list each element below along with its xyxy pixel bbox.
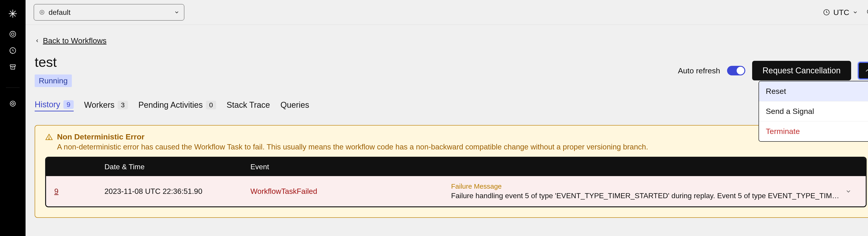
title-row: test Running Auto refresh Request Cancel… (35, 54, 868, 87)
theme-icon[interactable] (867, 9, 868, 16)
tab-history-label: History (35, 100, 60, 109)
chevron-down-icon (845, 188, 851, 195)
sidebar (0, 0, 26, 236)
namespace-label: default (49, 8, 171, 16)
expand-row-button[interactable] (839, 188, 858, 195)
tab-history[interactable]: History 9 (35, 100, 74, 111)
col-date-header: Date & Time (104, 163, 250, 171)
status-badge: Running (35, 74, 72, 87)
non-deterministic-alert: Non Deterministic Error A non-determinis… (35, 125, 868, 218)
tab-history-count: 9 (63, 100, 74, 109)
terminate-menu-item[interactable]: Terminate (759, 122, 868, 141)
sidebar-divider (6, 88, 20, 88)
tab-workers[interactable]: Workers 3 (84, 100, 128, 111)
tab-pending-count: 0 (206, 101, 216, 109)
title-actions: Auto refresh Request Cancellation Reset … (678, 61, 868, 80)
tab-queries[interactable]: Queries (280, 100, 309, 111)
namespace-select[interactable]: default (34, 4, 184, 21)
error-table-header: Date & Time Event (46, 158, 866, 176)
topbar-right: UTC (823, 8, 868, 17)
chevron-left-icon (35, 38, 40, 43)
main: default UTC Back to Workflows (26, 0, 868, 236)
autorefresh-label: Auto refresh (678, 66, 720, 75)
sidebar-group (8, 30, 17, 71)
send-signal-menu-item[interactable]: Send a Signal (759, 101, 868, 122)
event-datetime: 2023-11-08 UTC 22:36:51.90 (104, 187, 250, 196)
failure-label: Failure Message (451, 182, 839, 190)
svg-point-5 (40, 10, 44, 14)
chevron-down-icon (174, 9, 180, 15)
svg-point-6 (41, 12, 43, 13)
warning-icon (45, 133, 53, 141)
chevron-up-icon (864, 67, 868, 74)
event-name: WorkflowTaskFailed (250, 187, 317, 196)
alert-text: Non Deterministic Error A non-determinis… (57, 132, 648, 151)
svg-point-1 (10, 31, 16, 37)
actions-menu-button[interactable] (858, 62, 868, 79)
toggle-knob (737, 67, 744, 74)
tab-stack-label: Stack Trace (227, 100, 270, 110)
alert-description: A non-deterministic error has caused the… (57, 143, 648, 151)
tab-pending[interactable]: Pending Activities 0 (138, 100, 216, 111)
failure-message: Failure handling event 5 of type 'EVENT_… (451, 192, 839, 200)
tab-queries-label: Queries (280, 100, 309, 110)
alert-title: Non Deterministic Error (57, 132, 648, 141)
svg-point-0 (11, 33, 14, 35)
clock-icon (823, 9, 830, 16)
tabs: History 9 Workers 3 Pending Activities 0… (35, 100, 868, 111)
back-to-workflows-link[interactable]: Back to Workflows (35, 36, 106, 45)
labs-icon[interactable] (8, 99, 17, 108)
back-link-label: Back to Workflows (43, 36, 106, 45)
col-caret-header (839, 163, 858, 171)
workflow-name: test (35, 54, 72, 70)
actions-dropdown: Reset Send a Signal Terminate (758, 81, 868, 142)
tab-pending-label: Pending Activities (138, 100, 203, 110)
autorefresh-toggle[interactable] (727, 66, 745, 75)
col-msg-header (451, 163, 839, 171)
workflows-icon[interactable] (8, 30, 17, 39)
topbar: default UTC (26, 0, 868, 25)
timezone-picker[interactable]: UTC (823, 8, 858, 17)
reset-menu-item[interactable]: Reset (759, 81, 868, 101)
event-id-link[interactable]: 9 (54, 187, 58, 196)
chevron-down-icon (852, 9, 858, 15)
error-row[interactable]: 9 2023-11-08 UTC 22:36:51.90 WorkflowTas… (46, 176, 866, 206)
schedules-icon[interactable] (8, 46, 17, 55)
archive-icon[interactable] (8, 62, 17, 71)
namespace-icon (38, 9, 45, 16)
tab-stack-trace[interactable]: Stack Trace (227, 100, 270, 111)
content: Back to Workflows test Running Auto refr… (26, 25, 868, 218)
error-table: Date & Time Event 9 2023-11-08 UTC 22:36… (45, 157, 867, 207)
title-block: test Running (35, 54, 72, 87)
col-id-header (54, 163, 104, 171)
failure-block: Failure Message Failure handling event 5… (451, 182, 839, 200)
logo-icon[interactable] (8, 9, 17, 18)
tab-workers-label: Workers (84, 100, 115, 110)
svg-point-9 (49, 138, 50, 139)
tab-workers-count: 3 (118, 101, 128, 109)
col-event-header: Event (250, 163, 451, 171)
request-cancellation-button[interactable]: Request Cancellation (752, 61, 851, 80)
alert-head: Non Deterministic Error A non-determinis… (45, 132, 867, 151)
timezone-label: UTC (833, 8, 849, 17)
